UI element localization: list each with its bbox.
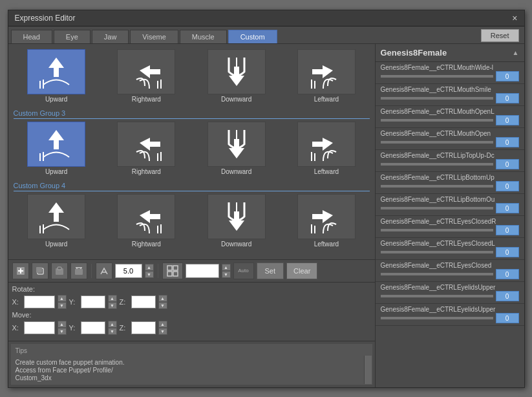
spin-up[interactable]: ▲: [145, 264, 154, 271]
pose-item[interactable]: Downward: [193, 49, 279, 103]
ctrl-value[interactable]: 0: [496, 159, 519, 169]
move-y-input[interactable]: 0.0: [81, 321, 105, 334]
tab-eye[interactable]: Eye: [54, 30, 90, 43]
pose-item[interactable]: Rightward: [103, 49, 189, 103]
spin-up-2[interactable]: ▲: [222, 264, 231, 271]
svg-rect-57: [167, 266, 172, 270]
auto-label: Auto: [238, 268, 248, 274]
ctrl-value[interactable]: 0: [496, 247, 519, 257]
paste-button[interactable]: [51, 263, 68, 279]
right-panel-header: Genesis8Female ▲: [376, 44, 524, 62]
spin-down-2[interactable]: ▼: [222, 271, 231, 278]
my-spin-down[interactable]: ▼: [108, 328, 117, 335]
ctrl-name: Genesis8Female__eCTRLEyesClosed: [381, 262, 519, 269]
delete-button[interactable]: [70, 263, 87, 279]
pose-thumb: [207, 49, 266, 94]
pose-item[interactable]: Rightward: [103, 122, 189, 175]
rotate-y-input[interactable]: 0.0: [81, 295, 105, 308]
ctrl-slider[interactable]: [381, 273, 493, 275]
pose-item[interactable]: Upward: [14, 194, 100, 248]
copy-button[interactable]: [32, 263, 48, 279]
tab-head[interactable]: Head: [11, 30, 52, 43]
mz-label: Z:: [120, 324, 129, 332]
tab-viseme[interactable]: Viseme: [130, 30, 178, 43]
right-panel-title: Genesis8Female: [381, 48, 447, 58]
ctrl-slider[interactable]: [381, 141, 493, 144]
pose-item[interactable]: Leftward: [283, 194, 369, 248]
ctrl-slider-row: 0: [381, 313, 519, 323]
tab-jaw[interactable]: Jaw: [92, 30, 129, 43]
pose-scroll-area[interactable]: Upward: [8, 44, 375, 259]
my-spin-up[interactable]: ▲: [108, 321, 117, 328]
pose-label: Downward: [221, 96, 251, 103]
ctrl-slider[interactable]: [381, 97, 493, 100]
ctrl-value[interactable]: 0: [496, 181, 519, 191]
mz-spin-down[interactable]: ▼: [158, 328, 167, 335]
paint-button[interactable]: [96, 263, 112, 279]
tips-scrollbar[interactable]: [364, 356, 372, 384]
ctrl-slider-row: 0: [381, 159, 519, 169]
rx-spin-up[interactable]: ▲: [58, 295, 67, 302]
ctrl-slider[interactable]: [381, 185, 493, 188]
ctrl-value[interactable]: 0: [496, 115, 519, 125]
ctrl-value[interactable]: 0: [496, 203, 519, 213]
ctrl-slider[interactable]: [381, 295, 493, 297]
pose-item[interactable]: Upward: [14, 122, 100, 175]
add-button[interactable]: [12, 263, 29, 279]
ctrl-slider[interactable]: [381, 119, 493, 122]
pose-thumb: [297, 49, 356, 94]
extra-value-input[interactable]: [186, 264, 219, 278]
rotate-z-input[interactable]: 0.0: [131, 295, 156, 308]
tab-custom[interactable]: Custom: [228, 30, 277, 43]
ctrl-value[interactable]: 0: [496, 93, 519, 103]
clear-button[interactable]: Clear: [286, 263, 317, 279]
value-input[interactable]: 5.0: [115, 264, 142, 278]
pose-item[interactable]: Rightward: [103, 194, 189, 248]
rx-spin-down[interactable]: ▼: [58, 302, 67, 309]
grid-button[interactable]: [162, 263, 183, 279]
rz-spin-down[interactable]: ▼: [158, 302, 167, 309]
right-ctrl-list[interactable]: Genesis8Female__eCTRLMouthWide-l 0 Genes…: [376, 62, 524, 387]
set-button[interactable]: Set: [257, 263, 284, 279]
mz-spin-up[interactable]: ▲: [158, 321, 167, 328]
ctrl-item: Genesis8Female__eCTRLLipBottomUp 0: [376, 172, 524, 194]
pose-item[interactable]: Leftward: [283, 49, 369, 103]
pose-item[interactable]: Leftward: [283, 122, 369, 175]
tab-row: Head Eye Jaw Viseme Muscle Custom Reset: [8, 27, 524, 44]
ctrl-value[interactable]: 0: [496, 225, 519, 235]
tab-muscle[interactable]: Muscle: [180, 30, 227, 43]
pose-thumb: [297, 122, 356, 167]
ctrl-value[interactable]: 0: [496, 269, 519, 279]
ctrl-slider[interactable]: [381, 163, 493, 166]
ctrl-slider[interactable]: [381, 229, 493, 231]
pose-item[interactable]: Downward: [193, 194, 279, 248]
ctrl-name: Genesis8Female__eCTRLEyesClosedL: [381, 240, 519, 247]
ry-spin-up[interactable]: ▲: [108, 295, 117, 302]
reset-button[interactable]: Reset: [481, 29, 519, 42]
rz-spin-up[interactable]: ▲: [158, 295, 167, 302]
pose-thumb: [207, 194, 266, 239]
pose-item[interactable]: Downward: [193, 122, 279, 175]
close-button[interactable]: ×: [512, 14, 517, 23]
ry-spin-down[interactable]: ▼: [108, 302, 117, 309]
move-z-input[interactable]: 0.00: [131, 321, 156, 334]
mx-spin-down[interactable]: ▼: [58, 328, 67, 335]
ctrl-slider[interactable]: [381, 75, 493, 78]
ctrl-value[interactable]: 0: [496, 291, 519, 301]
tips-text: Create custom face puppet animation. Acc…: [16, 359, 125, 381]
pose-item[interactable]: Upward: [14, 49, 100, 103]
ctrl-value[interactable]: 0: [496, 313, 519, 323]
mx-spin-up[interactable]: ▲: [58, 321, 67, 328]
spin-down[interactable]: ▼: [145, 271, 154, 278]
move-x-input[interactable]: 0.00: [24, 321, 55, 334]
auto-button[interactable]: Auto: [233, 263, 254, 279]
ctrl-slider[interactable]: [381, 207, 493, 209]
ctrl-value[interactable]: 0: [496, 137, 519, 147]
mx-spin: ▲ ▼: [58, 321, 67, 335]
expression-editor-window: Expression Editor × Head Eye Jaw Viseme …: [8, 10, 525, 388]
ctrl-slider[interactable]: [381, 317, 493, 319]
ctrl-slider[interactable]: [381, 251, 493, 253]
rotate-x-input[interactable]: 0.00: [24, 295, 55, 308]
ctrl-slider-row: 0: [381, 225, 519, 235]
ctrl-value[interactable]: 0: [496, 71, 519, 81]
